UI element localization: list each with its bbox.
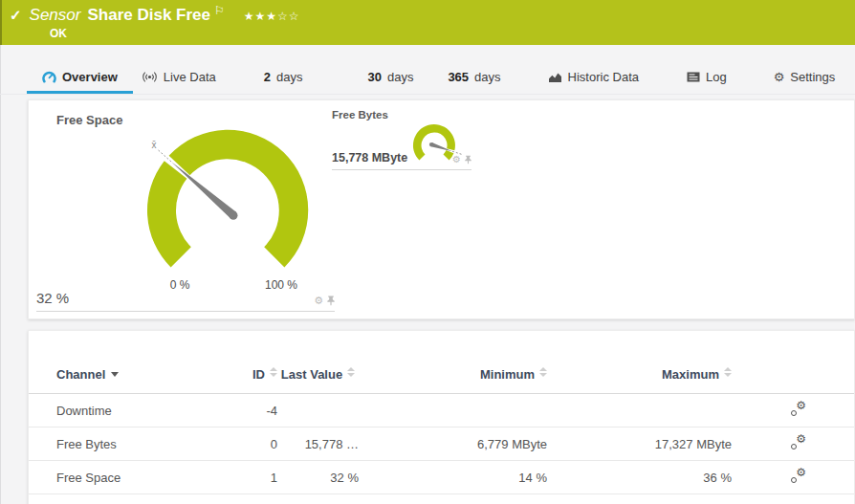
tab-label: Settings [790, 70, 835, 84]
free-bytes-value: 15,778 MByte [332, 151, 407, 164]
tab-overview[interactable]: Overview [27, 70, 133, 94]
column-label: Channel [56, 367, 105, 382]
tab-number: 30 [367, 70, 381, 84]
channels-table: Channel ID Last Value Minimum Maximum [29, 363, 854, 494]
tab-historic-data[interactable]: Historic Data [548, 70, 639, 94]
priority-stars[interactable]: ★★★☆☆ [244, 10, 300, 23]
column-header-id[interactable]: ID [238, 363, 277, 394]
average-marker-label: x̄ [152, 140, 157, 150]
column-header-last-value[interactable]: Last Value [277, 363, 359, 394]
column-label: ID [252, 367, 265, 382]
edit-channel-gears-icon[interactable]: ⚙ [790, 435, 806, 449]
channel-cell: Downtime [29, 394, 238, 427]
stars-empty[interactable]: ☆☆ [277, 10, 300, 23]
tab-live-data[interactable]: Live Data [142, 70, 216, 94]
ok-check-icon: ✓ [10, 7, 22, 24]
column-label: Maximum [662, 367, 719, 382]
tab-label: days [474, 70, 500, 84]
column-header-channel[interactable]: Channel [29, 363, 238, 394]
maximum-cell: 36 % [547, 461, 732, 494]
free-space-gauge: x̄ [120, 121, 340, 279]
channels-panel: Channel ID Last Value Minimum Maximum [28, 330, 855, 504]
gauge-needle [171, 162, 238, 220]
table-header-row: Channel ID Last Value Minimum Maximum [29, 363, 854, 394]
small-gear-dot [791, 477, 797, 483]
edit-channel-gears-icon[interactable]: ⚙ [790, 469, 806, 483]
maximum-cell [547, 394, 732, 427]
free-space-value: 32 % [36, 290, 69, 306]
tab-label: Overview [62, 70, 118, 84]
live-data-icon [142, 71, 158, 83]
free-bytes-gauge-footer: 15,778 MByte ⚙ [332, 144, 471, 170]
sort-toggle-icon [539, 367, 547, 377]
tab-label: Live Data [164, 70, 216, 84]
gear-glyph: ⚙ [796, 433, 806, 445]
sort-toggle-icon [347, 367, 355, 377]
sort-toggle-icon [270, 367, 277, 377]
column-header-actions [732, 363, 854, 394]
actions-cell: ⚙ [732, 394, 854, 427]
column-header-minimum[interactable]: Minimum [359, 363, 547, 394]
historic-data-icon [548, 72, 562, 83]
id-cell: 1 [238, 461, 277, 494]
last-value-cell [277, 394, 359, 427]
free-space-gauge-footer: 32 % ⚙ [36, 280, 335, 312]
last-value-cell: 15,778 … [277, 427, 359, 461]
sensor-status-header: ✓ Sensor Share Disk Free ⚐ ★★★☆☆ OK [0, 0, 855, 45]
free-space-gauge-title: Free Space [56, 113, 122, 127]
tab-2-days[interactable]: 2 days [264, 70, 303, 94]
actions-cell: ⚙ [732, 461, 854, 494]
tab-label: Historic Data [568, 70, 639, 84]
tab-bar: Overview Live Data 2 days 30 days 365 da… [0, 45, 855, 95]
sort-desc-icon [111, 372, 119, 377]
stars-filled[interactable]: ★★★ [244, 10, 277, 23]
tab-label: Log [706, 70, 727, 84]
table-row[interactable]: Free Space 1 32 % 14 % 36 % ⚙ [29, 461, 854, 494]
column-label: Last Value [281, 367, 342, 382]
tab-label: days [276, 70, 302, 84]
last-value-cell: 32 % [277, 461, 359, 494]
minimum-cell: 6,779 MByte [359, 427, 547, 461]
minimum-cell: 14 % [359, 461, 547, 494]
sensor-title: Share Disk Free [87, 6, 210, 25]
sensor-title-row: ✓ Sensor Share Disk Free ⚐ ★★★☆☆ [10, 6, 300, 25]
gauge-icon [42, 71, 56, 84]
tab-label: days [387, 70, 413, 84]
widget-gear-icon[interactable]: ⚙ [452, 155, 461, 164]
overview-gauges-panel: Free Space x̄ 0 % 100 % 32 % ⚙ Free Byte… [28, 99, 855, 319]
maximum-cell: 17,327 MByte [547, 427, 732, 461]
tab-number: 2 [264, 70, 271, 84]
table-row[interactable]: Free Bytes 0 15,778 … 6,779 MByte 17,327… [29, 427, 854, 461]
column-label: Minimum [480, 367, 535, 382]
priority-flag-icon[interactable]: ⚐ [214, 4, 225, 17]
tab-settings[interactable]: ⚙ Settings [774, 70, 836, 94]
gear-glyph: ⚙ [796, 400, 806, 411]
channel-cell: Free Space [29, 461, 238, 494]
id-cell: 0 [238, 427, 277, 461]
widget-pin-icon[interactable] [327, 296, 335, 306]
tab-log[interactable]: Log [687, 70, 727, 94]
small-gear-dot [791, 444, 797, 449]
free-bytes-gauge-title: Free Bytes [332, 109, 388, 121]
log-icon [687, 72, 700, 82]
gear-glyph: ⚙ [796, 467, 806, 478]
tab-30-days[interactable]: 30 days [367, 70, 413, 94]
actions-cell: ⚙ [732, 427, 854, 461]
column-header-maximum[interactable]: Maximum [547, 363, 732, 394]
edit-channel-gears-icon[interactable]: ⚙ [790, 402, 806, 416]
sensor-type-label: Sensor [30, 6, 81, 25]
settings-gear-icon: ⚙ [774, 71, 785, 83]
small-gear-dot [791, 410, 797, 416]
sensor-status-badge: OK [50, 27, 67, 40]
widget-pin-icon[interactable] [465, 155, 471, 164]
tab-number: 365 [448, 70, 469, 84]
sort-toggle-icon [724, 367, 732, 377]
table-row[interactable]: Downtime -4 ⚙ [29, 394, 854, 427]
tab-365-days[interactable]: 365 days [448, 70, 500, 94]
minimum-cell [359, 394, 547, 427]
channel-cell: Free Bytes [29, 427, 238, 461]
id-cell: -4 [238, 394, 277, 427]
widget-gear-icon[interactable]: ⚙ [314, 296, 323, 306]
